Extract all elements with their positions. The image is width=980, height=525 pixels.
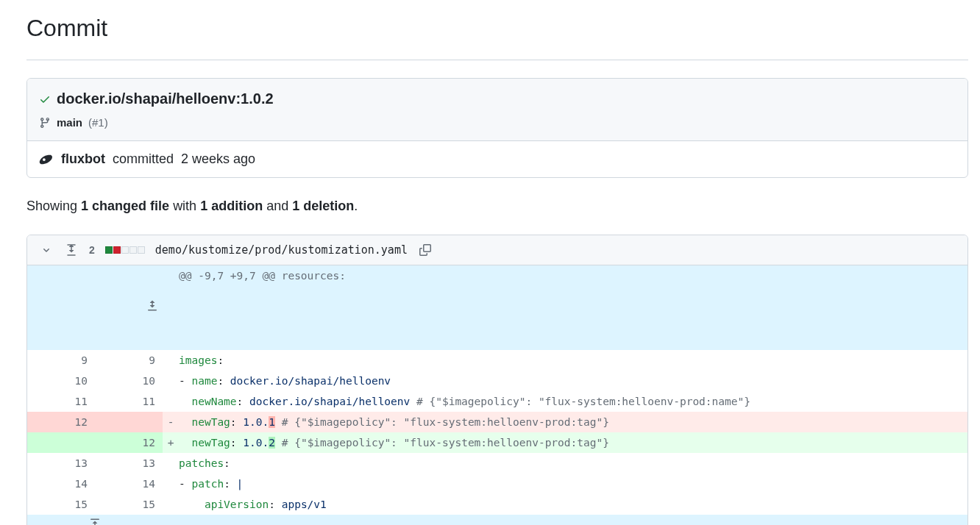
diff-line: 12+ newTag: 1.0.2 # {"$imagepolicy": "fl… [27, 432, 967, 453]
line-number-old[interactable]: 15 [27, 494, 95, 515]
line-number-old[interactable]: 13 [27, 453, 95, 474]
line-number-new[interactable]: 12 [95, 432, 163, 453]
code-cell: newName: docker.io/shapai/helloenv # {"$… [179, 391, 967, 412]
diff-line: 12- newTag: 1.0.1 # {"$imagepolicy": "fl… [27, 412, 967, 432]
diff-marker [163, 391, 179, 412]
diff-summary: Showing 1 changed file with 1 addition a… [26, 199, 968, 214]
summary-deletions: 1 deletion [292, 199, 354, 213]
file-change-count: 2 [89, 244, 95, 256]
fold-up-icon [146, 300, 158, 312]
code-cell: newTag: 1.0.1 # {"$imagepolicy": "flux-s… [179, 412, 967, 432]
line-number-new[interactable]: 11 [95, 391, 163, 412]
fold-down-icon [89, 518, 101, 525]
code-cell: - patch: | [179, 474, 967, 494]
file-path[interactable]: demo/kustomize/prod/kustomization.yaml [155, 243, 408, 257]
diff-marker [163, 371, 179, 391]
collapse-file-button[interactable] [39, 243, 54, 257]
line-number-new[interactable]: 13 [95, 453, 163, 474]
commit-title[interactable]: docker.io/shapai/helloenv:1.0.2 [57, 90, 274, 107]
diff-line: 1414- patch: | [27, 474, 967, 494]
diff-line: 1111 newName: docker.io/shapai/helloenv … [27, 391, 967, 412]
page-title: Commit [26, 15, 968, 42]
code-cell: apiVersion: apps/v1 [179, 494, 967, 515]
commit-time[interactable]: 2 weeks ago [181, 151, 255, 167]
diff-square-neutral [121, 246, 129, 254]
avatar[interactable] [39, 152, 54, 167]
hunk-header-text: @@ -9,7 +9,7 @@ resources: [163, 265, 967, 350]
line-number-old[interactable]: 14 [27, 474, 95, 494]
divider [26, 60, 968, 60]
diff-line: 99images: [27, 350, 967, 371]
chevron-down-icon [40, 244, 52, 256]
diff-marker [163, 494, 179, 515]
line-number-new[interactable]: 10 [95, 371, 163, 391]
line-number-new[interactable]: 14 [95, 474, 163, 494]
check-icon [39, 93, 51, 105]
code-cell: newTag: 1.0.2 # {"$imagepolicy": "flux-s… [179, 432, 967, 453]
diff-stat-squares [105, 246, 145, 254]
committed-label: committed [113, 151, 174, 167]
code-cell: images: [179, 350, 967, 371]
diff-marker [163, 453, 179, 474]
line-number-old[interactable]: 12 [27, 412, 95, 432]
author-link[interactable]: fluxbot [61, 151, 105, 167]
hunk-header-row: @@ -9,7 +9,7 @@ resources: [27, 265, 967, 350]
unfold-icon [65, 244, 77, 256]
diff-square-neutral [129, 246, 137, 254]
summary-and: and [266, 199, 288, 213]
expand-up-button[interactable] [105, 286, 161, 328]
diff-square-neutral [138, 246, 145, 254]
summary-files[interactable]: 1 changed file [81, 199, 169, 213]
summary-suffix: . [354, 199, 358, 213]
expand-all-button[interactable] [64, 243, 79, 257]
file-header: 2 demo/kustomize/prod/kustomization.yaml [27, 235, 967, 265]
commit-summary-box: docker.io/shapai/helloenv:1.0.2 main (#1… [26, 78, 968, 178]
diff-marker: + [163, 432, 179, 453]
copy-icon [419, 244, 431, 256]
code-cell: patches: [179, 453, 967, 474]
branch-icon [39, 117, 51, 129]
diff-square-add [105, 246, 113, 254]
diff-square-del [113, 246, 121, 254]
line-number-new[interactable] [95, 412, 163, 432]
summary-with: with [173, 199, 196, 213]
line-number-old[interactable]: 9 [27, 350, 95, 371]
line-number-old[interactable]: 10 [27, 371, 95, 391]
line-number-old[interactable]: 11 [27, 391, 95, 412]
expand-down-button[interactable] [86, 515, 104, 525]
code-cell: - name: docker.io/shapai/helloenv [179, 371, 967, 391]
branch-link[interactable]: main [57, 116, 82, 129]
diff-line: 1010- name: docker.io/shapai/helloenv [27, 371, 967, 391]
line-number-new[interactable]: 15 [95, 494, 163, 515]
pr-ref[interactable]: (#1) [88, 116, 108, 129]
summary-prefix: Showing [26, 199, 77, 213]
diff-table: @@ -9,7 +9,7 @@ resources: 99images:1010… [27, 265, 967, 525]
file-diff-box: 2 demo/kustomize/prod/kustomization.yaml [26, 235, 968, 525]
summary-additions: 1 addition [200, 199, 263, 213]
expand-down-row [27, 515, 967, 525]
commit-meta-row: fluxbot committed 2 weeks ago [27, 141, 967, 177]
diff-marker [163, 474, 179, 494]
line-number-new[interactable]: 9 [95, 350, 163, 371]
diff-marker [163, 350, 179, 371]
copy-path-button[interactable] [418, 243, 433, 257]
line-number-old[interactable] [27, 432, 95, 453]
diff-line: 1313patches: [27, 453, 967, 474]
diff-marker: - [163, 412, 179, 432]
diff-line: 1515 apiVersion: apps/v1 [27, 494, 967, 515]
commit-top: docker.io/shapai/helloenv:1.0.2 main (#1… [27, 79, 967, 141]
